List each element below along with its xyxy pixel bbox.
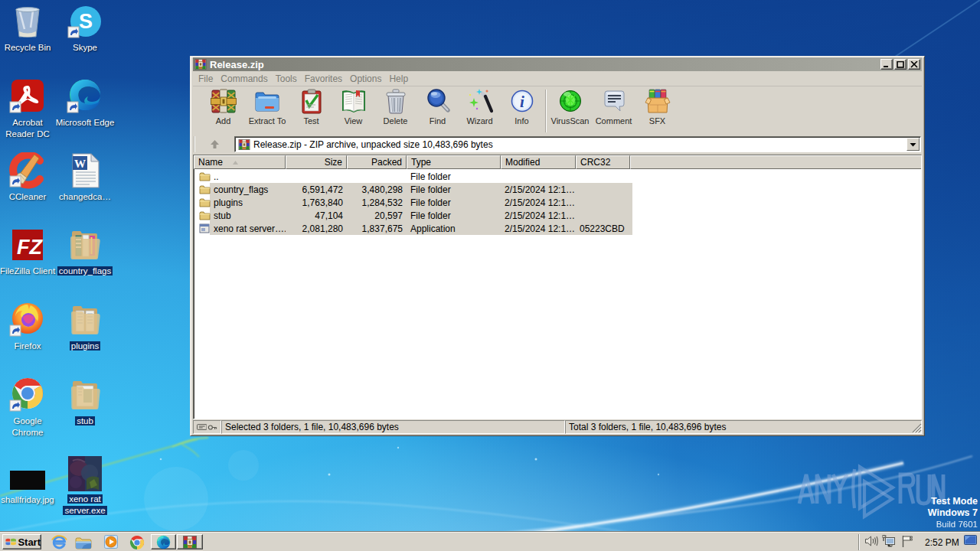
- svg-text:i: i: [520, 93, 524, 111]
- svg-text:W: W: [74, 158, 86, 170]
- svg-text:S: S: [79, 10, 93, 33]
- svg-text:FZ: FZ: [17, 236, 43, 259]
